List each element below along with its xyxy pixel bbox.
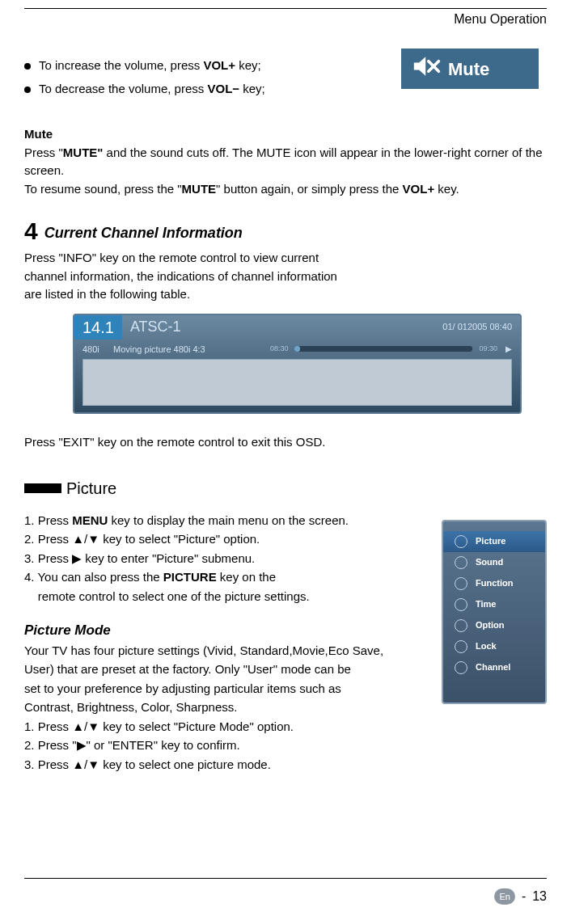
osd-content-area	[82, 359, 512, 406]
picture-mode-step-1: 1. Press ▲/▼ key to select "Picture Mode…	[24, 718, 547, 736]
osd-resolution: 480i	[82, 343, 113, 357]
mute-heading: Mute	[24, 125, 547, 144]
osd-channel-number: 14.1	[74, 315, 122, 340]
menu-item-channel[interactable]: Channel	[443, 657, 545, 678]
speaker-mute-icon	[412, 54, 442, 84]
mute-label: Mute	[448, 56, 489, 82]
vol-increase-text: To increase the volume, press VOL+ key;	[39, 57, 261, 75]
menu-item-time[interactable]: Time	[443, 594, 545, 615]
mute-indicator: Mute	[401, 49, 539, 89]
picture-mode-step-2: 2. Press "▶" or "ENTER" key to confirm.	[24, 736, 547, 755]
cci-text: Press "INFO" key on the remote control t…	[24, 249, 348, 304]
menu-item-option[interactable]: Option	[443, 615, 545, 636]
footer-dash: -	[522, 887, 526, 906]
mute-para-2: To resume sound, press the "MUTE" button…	[24, 180, 547, 199]
section-bar-icon	[24, 483, 61, 493]
picture-section-title: Picture	[66, 476, 116, 500]
language-badge: En	[494, 888, 514, 905]
svg-marker-0	[414, 57, 425, 75]
osd-datetime: 01/ 012005 08:40	[442, 320, 520, 334]
menu-item-picture[interactable]: Picture	[443, 531, 545, 552]
osd-progress-bar	[294, 346, 472, 352]
menu-item-lock[interactable]: Lock	[443, 636, 545, 657]
osd-description: Moving picture 480i 4:3	[113, 343, 267, 357]
bullet-icon	[24, 63, 31, 70]
menu-item-sound[interactable]: Sound	[443, 552, 545, 573]
osd-end-time: 09:30	[479, 344, 497, 355]
picture-mode-step-3: 3. Press ▲/▼ key to select one picture m…	[24, 756, 547, 774]
cci-exit-text: Press "EXIT" key on the remote control t…	[24, 433, 547, 452]
osd-start-time: 08:30	[270, 344, 289, 355]
vol-decrease-text: To decrease the volume, press VOL− key;	[39, 80, 265, 99]
bullet-icon	[24, 86, 31, 93]
main-menu-panel: Picture Sound Function Time Option Lock …	[442, 520, 547, 704]
cci-heading: 4 Current Channel Information	[24, 213, 547, 249]
page-number: 13	[532, 887, 547, 906]
osd-channel-name: ATSC-1	[122, 316, 442, 338]
page-header-title: Menu Operation	[454, 8, 547, 29]
osd-channel-info-panel: 14.1 ATSC-1 01/ 012005 08:40 480i Moving…	[73, 314, 522, 415]
play-icon: ▶	[505, 343, 512, 355]
menu-item-function[interactable]: Function	[443, 573, 545, 594]
mute-para-1: Press "MUTE" and the sound cuts off. The…	[24, 144, 547, 180]
